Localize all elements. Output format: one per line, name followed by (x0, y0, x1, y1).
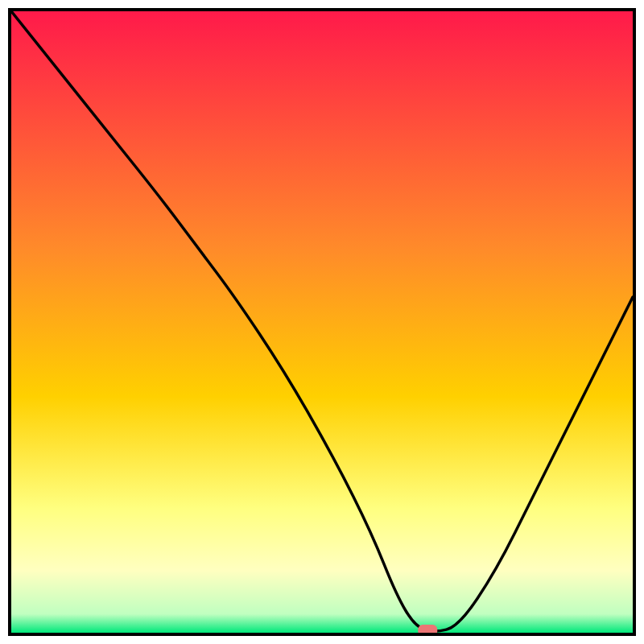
optimum-marker (418, 625, 437, 633)
chart-svg (11, 11, 633, 633)
background-gradient (11, 11, 633, 633)
chart-frame: TheBottleneck.com (0, 0, 644, 644)
plot-area (8, 8, 636, 636)
